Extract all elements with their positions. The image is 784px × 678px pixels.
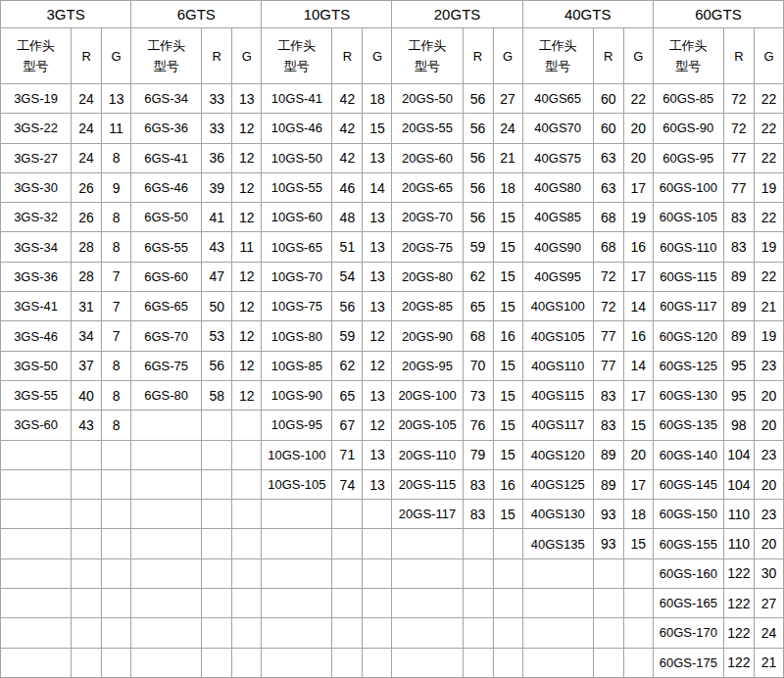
g-value-cell: 12 — [232, 143, 262, 172]
model-cell: 60GS-155 — [653, 529, 723, 558]
model-header-line1: 工作头 — [131, 35, 201, 56]
model-header-line2: 型号 — [392, 56, 462, 76]
r-value-cell: 110 — [723, 500, 754, 529]
r-value-cell — [463, 589, 493, 618]
g-value-cell: 22 — [754, 262, 783, 291]
r-value-cell: 43 — [202, 232, 232, 262]
model-cell: 10GS-65 — [262, 232, 332, 262]
r-value-cell — [202, 440, 232, 469]
r-value-cell — [463, 558, 493, 588]
g-value-cell: 15 — [623, 411, 653, 440]
model-cell — [392, 648, 463, 677]
table-row: 10GS-105741320GS-115831640GS125891760GS-… — [1, 469, 784, 499]
model-header-line1: 工作头 — [654, 35, 723, 56]
r-value-cell: 83 — [593, 380, 623, 410]
model-cell: 20GS-55 — [392, 114, 463, 143]
g-value-cell: 20 — [623, 114, 653, 143]
r-value-cell: 72 — [723, 84, 754, 114]
g-value-cell: 18 — [623, 500, 653, 529]
model-cell: 20GS-100 — [392, 380, 463, 410]
r-value-cell: 63 — [593, 143, 623, 172]
r-value-cell: 42 — [332, 84, 363, 114]
r-value-cell: 68 — [593, 232, 623, 262]
g-value-cell: 12 — [363, 411, 392, 440]
model-cell — [1, 618, 72, 648]
r-value-cell: 51 — [332, 232, 363, 262]
g-value-cell: 15 — [493, 232, 522, 262]
model-cell: 6GS-70 — [131, 321, 202, 351]
model-cell — [131, 411, 202, 440]
r-value-cell — [332, 589, 363, 618]
g-value-cell: 14 — [363, 172, 392, 202]
model-cell — [131, 469, 202, 499]
r-value-cell: 56 — [463, 172, 493, 202]
table-row: 3GS-322686GS-50411210GS-60481320GS-70561… — [1, 203, 784, 232]
r-value-cell: 83 — [593, 411, 623, 440]
g-value-cell: 27 — [493, 84, 522, 114]
g-value-cell: 8 — [102, 143, 131, 172]
g-value-cell: 15 — [493, 411, 522, 440]
model-cell: 10GS-100 — [262, 440, 332, 469]
model-cell — [131, 440, 202, 469]
g-value-cell: 9 — [102, 172, 131, 202]
r-column-header: R — [72, 28, 102, 84]
g-value-cell — [232, 469, 262, 499]
r-value-cell: 37 — [72, 351, 102, 380]
r-value-cell: 77 — [593, 321, 623, 351]
model-cell: 40GS65 — [522, 84, 593, 114]
table-row: 40GS135931560GS-15511020 — [1, 529, 784, 558]
r-value-cell: 89 — [593, 469, 623, 499]
r-value-cell: 63 — [593, 172, 623, 202]
model-cell: 10GS-90 — [262, 380, 332, 410]
g-value-cell: 17 — [623, 172, 653, 202]
model-cell: 40GS135 — [522, 529, 593, 558]
g-column-header: G — [493, 28, 522, 84]
r-value-cell: 89 — [593, 440, 623, 469]
r-value-cell: 89 — [723, 262, 754, 291]
g-value-cell: 15 — [493, 203, 522, 232]
g-value-cell — [493, 529, 522, 558]
g-value-cell: 15 — [493, 351, 522, 380]
g-value-cell: 22 — [754, 203, 783, 232]
model-cell — [1, 648, 72, 677]
model-cell: 40GS80 — [522, 172, 593, 202]
model-cell — [262, 618, 332, 648]
g-value-cell: 16 — [623, 321, 653, 351]
r-value-cell: 54 — [332, 262, 363, 291]
model-column-header: 工作头型号 — [262, 28, 332, 84]
model-cell: 60GS-175 — [653, 648, 723, 677]
model-cell — [262, 529, 332, 558]
r-value-cell: 53 — [202, 321, 232, 351]
model-cell: 6GS-60 — [131, 262, 202, 291]
model-cell: 10GS-50 — [262, 143, 332, 172]
r-value-cell: 95 — [723, 380, 754, 410]
r-value-cell: 56 — [332, 292, 363, 321]
r-value-cell: 122 — [723, 589, 754, 618]
model-cell — [262, 500, 332, 529]
g-value-cell: 8 — [102, 411, 131, 440]
model-cell — [262, 558, 332, 588]
r-value-cell: 74 — [332, 469, 363, 499]
g-value-cell: 12 — [232, 321, 262, 351]
g-value-cell: 13 — [363, 143, 392, 172]
g-value-cell — [363, 589, 392, 618]
g-value-cell — [232, 529, 262, 558]
r-value-cell: 56 — [202, 351, 232, 380]
r-value-cell — [202, 558, 232, 588]
model-cell: 20GS-60 — [392, 143, 463, 172]
model-cell: 40GS117 — [522, 411, 593, 440]
g-value-cell — [232, 589, 262, 618]
model-cell — [1, 558, 72, 588]
model-cell: 10GS-46 — [262, 114, 332, 143]
r-value-cell — [202, 648, 232, 677]
r-value-cell: 56 — [463, 143, 493, 172]
r-value-cell: 60 — [593, 114, 623, 143]
g-value-cell: 12 — [363, 351, 392, 380]
r-value-cell — [463, 529, 493, 558]
model-column-header: 工作头型号 — [131, 28, 202, 84]
model-cell — [1, 589, 72, 618]
model-column-header: 工作头型号 — [1, 28, 72, 84]
r-value-cell — [202, 411, 232, 440]
r-value-cell: 104 — [723, 469, 754, 499]
g-value-cell: 18 — [363, 84, 392, 114]
